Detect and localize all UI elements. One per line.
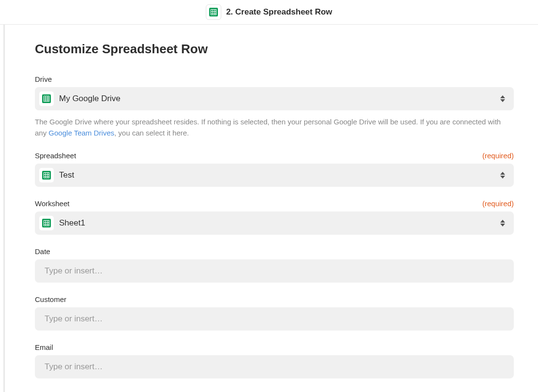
drive-help-text: The Google Drive where your spreadsheet … bbox=[35, 116, 514, 139]
drive-help-text-2: , you can select it here. bbox=[114, 129, 189, 137]
spreadsheet-field-group: Spreadsheet (required) Test bbox=[35, 151, 514, 187]
date-field-group: Date bbox=[35, 247, 514, 283]
drive-field-group: Drive My Google Drive The Google Drive w… bbox=[35, 75, 514, 139]
google-sheets-icon bbox=[42, 219, 51, 227]
drive-select-value: My Google Drive bbox=[59, 94, 500, 104]
worksheet-select-icon-wrapper bbox=[39, 216, 54, 230]
select-chevrons-icon bbox=[500, 220, 505, 226]
step-title: 2. Create Spreadsheet Row bbox=[226, 7, 332, 17]
spreadsheet-label-row: Spreadsheet (required) bbox=[35, 151, 514, 160]
drive-select-icon-wrapper bbox=[39, 91, 54, 106]
worksheet-select[interactable]: Sheet1 bbox=[35, 211, 514, 235]
step-header: 2. Create Spreadsheet Row bbox=[0, 0, 538, 25]
select-chevrons-icon bbox=[500, 172, 505, 179]
date-label: Date bbox=[35, 247, 50, 256]
google-team-drives-link[interactable]: Google Team Drives bbox=[48, 129, 114, 137]
worksheet-select-value: Sheet1 bbox=[59, 218, 500, 228]
spreadsheet-required-tag: (required) bbox=[482, 151, 514, 160]
date-label-row: Date bbox=[35, 247, 514, 256]
drive-select[interactable]: My Google Drive bbox=[35, 87, 514, 110]
drive-label-row: Drive bbox=[35, 75, 514, 83]
worksheet-field-group: Worksheet (required) Sheet1 bbox=[35, 199, 514, 235]
email-label-row: Email bbox=[35, 343, 514, 351]
date-input[interactable] bbox=[35, 259, 514, 283]
form-content: Customize Spreadsheet Row Drive My Googl… bbox=[0, 25, 538, 392]
spreadsheet-label: Spreadsheet bbox=[35, 151, 76, 160]
select-chevrons-icon bbox=[500, 95, 505, 102]
sidebar-accent-line bbox=[3, 25, 5, 392]
spreadsheet-select[interactable]: Test bbox=[35, 164, 514, 187]
email-label: Email bbox=[35, 343, 53, 351]
worksheet-required-tag: (required) bbox=[482, 199, 514, 208]
customer-label-row: Customer bbox=[35, 295, 514, 303]
app-icon-wrapper bbox=[206, 4, 221, 20]
customer-label: Customer bbox=[35, 295, 66, 303]
worksheet-label-row: Worksheet (required) bbox=[35, 199, 514, 208]
spreadsheet-select-value: Test bbox=[59, 170, 500, 180]
customer-input[interactable] bbox=[35, 307, 514, 331]
spreadsheet-select-icon-wrapper bbox=[39, 168, 54, 182]
page-title: Customize Spreadsheet Row bbox=[35, 42, 514, 57]
worksheet-label: Worksheet bbox=[35, 199, 69, 208]
google-sheets-icon bbox=[42, 94, 51, 103]
email-input[interactable] bbox=[35, 355, 514, 378]
customer-field-group: Customer bbox=[35, 295, 514, 331]
google-sheets-icon bbox=[42, 171, 51, 180]
google-sheets-icon bbox=[209, 8, 218, 16]
drive-label: Drive bbox=[35, 75, 52, 83]
email-field-group: Email bbox=[35, 343, 514, 378]
